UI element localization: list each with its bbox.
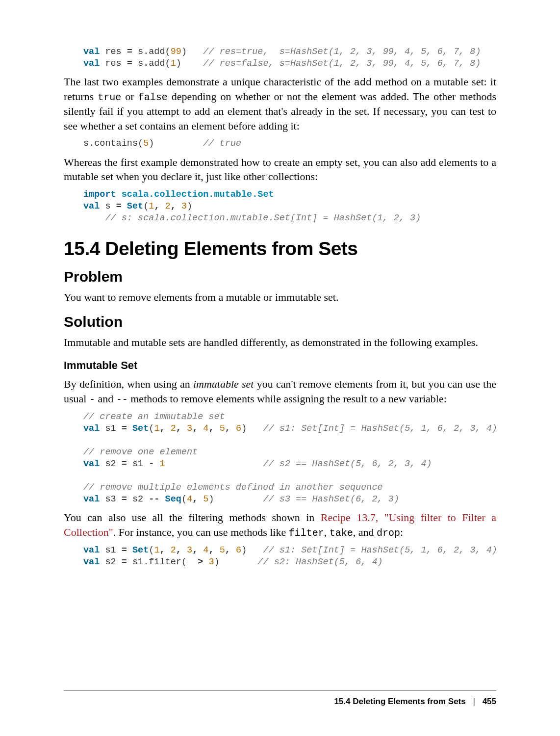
paragraph-declare-set: Whereas the first example demonstrated h…: [64, 155, 496, 184]
solution-heading: Solution: [64, 314, 496, 330]
code-add-example: val res = s.add(99) // res=true, s=HashS…: [83, 46, 496, 70]
immutable-paragraph: By definition, when using an immutable s…: [64, 377, 496, 406]
problem-paragraph: You want to remove elements from a mutab…: [64, 290, 496, 305]
solution-paragraph: Immutable and mutable sets are handled d…: [64, 335, 496, 350]
page: val res = s.add(99) // res=true, s=HashS…: [0, 0, 560, 736]
footer-page-number: 455: [483, 697, 496, 706]
code-immutable-set: // create an immutable set val s1 = Set(…: [83, 411, 496, 505]
paragraph-add-behavior: The last two examples demonstrate a uniq…: [64, 75, 496, 133]
code-import-set: import scala.collection.mutable.Set val …: [83, 189, 496, 224]
immutable-set-heading: Immutable Set: [64, 359, 496, 372]
filter-paragraph: You can also use all the filtering metho…: [64, 510, 496, 540]
footer-separator: |: [473, 697, 475, 706]
section-heading: 15.4 Deleting Elements from Sets: [64, 238, 496, 260]
problem-heading: Problem: [64, 268, 496, 285]
code-contains: s.contains(5) // true: [83, 138, 496, 150]
footer-section-title: 15.4 Deleting Elements from Sets: [334, 697, 465, 706]
code-filter: val s1 = Set(1, 2, 3, 4, 5, 6) // s1: Se…: [83, 545, 496, 568]
page-footer: 15.4 Deleting Elements from Sets | 455: [64, 690, 496, 707]
